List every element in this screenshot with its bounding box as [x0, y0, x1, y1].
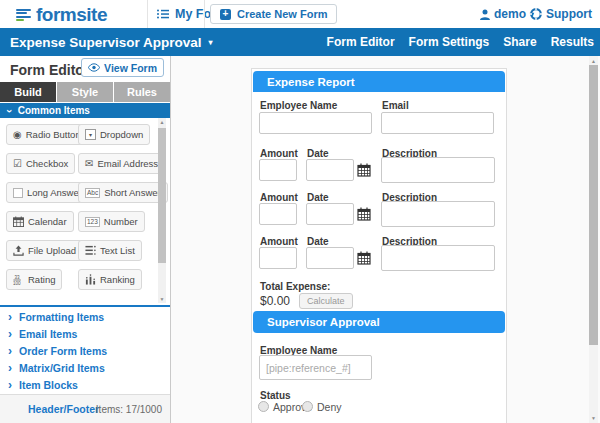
section-matrix-grid-items[interactable]: › Matrix/Grid Items	[0, 359, 170, 376]
short-answer-icon: Abc	[85, 188, 100, 198]
expense-report-header[interactable]: Expense Report	[253, 71, 505, 92]
chevron-down-icon: ›	[5, 109, 15, 113]
email-input[interactable]	[381, 112, 494, 134]
form-preview-card[interactable]: Expense Report Employee Name Email Amoun…	[251, 68, 507, 423]
item-ranking[interactable]: Ranking	[78, 269, 142, 290]
scrollbar-thumb[interactable]	[589, 65, 598, 345]
common-items-label: Common Items	[18, 105, 90, 116]
section-formatting-items[interactable]: › Formatting Items	[0, 308, 170, 325]
employee-name-label: Employee Name	[260, 100, 337, 111]
section-label: Formatting Items	[19, 311, 104, 323]
chevron-right-icon: ›	[8, 380, 12, 390]
formsite-logo[interactable]: formsite	[16, 4, 107, 26]
chevron-right-icon: ›	[8, 329, 12, 339]
tab-results[interactable]: Results	[551, 35, 594, 49]
item-label: Calendar	[28, 216, 67, 227]
section-label: Matrix/Grid Items	[19, 362, 105, 374]
item-text-list[interactable]: Text List	[78, 240, 142, 261]
support-button[interactable]: Support	[530, 0, 592, 28]
form-editor-sidebar: Form Editor View Form Build Style Rules …	[0, 56, 171, 423]
form-nav: Form Editor Form Settings Share Results	[327, 28, 594, 56]
supervisor-approval-header[interactable]: Supervisor Approval	[253, 311, 505, 333]
item-label: Checkbox	[26, 158, 68, 169]
date-picker-icon[interactable]	[357, 163, 371, 177]
scroll-down-icon[interactable]: ▼	[158, 295, 166, 303]
amount-label: Amount	[260, 236, 298, 247]
total-expense-label: Total Expense:	[260, 281, 330, 292]
scroll-up-icon[interactable]: ▲	[589, 57, 598, 65]
sidebar-items-scrollbar[interactable]: ▲ ▼	[158, 118, 166, 303]
formsite-logo-text: formsite	[36, 4, 107, 26]
scrollbar-thumb[interactable]	[158, 128, 166, 263]
item-number[interactable]: 123 Number	[78, 211, 145, 232]
date-input[interactable]	[306, 247, 354, 269]
email-icon: ✉	[85, 159, 93, 169]
pipe-employee-name-input[interactable]	[259, 355, 372, 380]
date-picker-icon[interactable]	[357, 207, 371, 221]
amount-input[interactable]	[259, 203, 297, 225]
total-expense-value: $0.00	[260, 294, 290, 308]
date-picker-icon[interactable]	[357, 251, 371, 265]
section-title: Expense Report	[267, 76, 355, 88]
item-long-answer[interactable]: Long Answer	[6, 182, 89, 203]
description-input[interactable]	[381, 157, 495, 183]
item-rating[interactable]: 33 100 Rating	[6, 269, 62, 290]
item-file-upload[interactable]: File Upload	[6, 240, 83, 261]
employee-name-input[interactable]	[259, 112, 372, 134]
caret-down-icon: ▾	[209, 38, 213, 47]
view-form-button[interactable]: View Form	[81, 58, 164, 77]
long-answer-icon	[13, 188, 23, 198]
tab-share[interactable]: Share	[503, 35, 536, 49]
main-scrollbar[interactable]: ▲ ▼	[589, 56, 598, 423]
date-label: Date	[307, 148, 329, 159]
amount-label: Amount	[260, 148, 298, 159]
item-calendar[interactable]: Calendar	[6, 211, 74, 232]
header-footer-link[interactable]: Header/Footer	[28, 403, 99, 415]
date-input[interactable]	[306, 203, 354, 225]
item-short-answer[interactable]: Abc Short Answer	[78, 182, 168, 203]
tab-style[interactable]: Style	[57, 82, 113, 102]
section-email-items[interactable]: › Email Items	[0, 325, 170, 342]
amount-input[interactable]	[259, 247, 297, 269]
section-item-blocks[interactable]: › Item Blocks	[0, 376, 170, 393]
scroll-up-icon[interactable]: ▲	[158, 118, 166, 126]
common-items-panel: ◉ Radio Button ▾ Dropdown ☑ Checkbox ✉ E…	[0, 116, 156, 305]
item-checkbox[interactable]: ☑ Checkbox	[6, 153, 75, 174]
item-category-list: › Formatting Items › Email Items › Order…	[0, 308, 170, 393]
support-label: Support	[546, 7, 592, 21]
tab-form-editor[interactable]: Form Editor	[327, 35, 395, 49]
tab-rules[interactable]: Rules	[114, 82, 170, 102]
tab-form-settings[interactable]: Form Settings	[409, 35, 490, 49]
list-icon	[157, 9, 169, 19]
item-label: Email Address	[97, 158, 158, 169]
date-input[interactable]	[306, 159, 354, 181]
dropdown-icon: ▾	[85, 129, 96, 140]
user-menu[interactable]: demo ▾	[480, 0, 534, 28]
email-label: Email	[382, 100, 409, 111]
description-input[interactable]	[381, 201, 495, 227]
view-form-label: View Form	[104, 62, 157, 74]
calculate-button[interactable]: Calculate	[299, 293, 353, 309]
section-title: Supervisor Approval	[267, 316, 380, 328]
item-email-address[interactable]: ✉ Email Address	[78, 153, 165, 174]
tab-build[interactable]: Build	[0, 82, 56, 102]
radio-icon: ◉	[13, 130, 22, 140]
section-order-form-items[interactable]: › Order Form Items	[0, 342, 170, 359]
create-new-form-button[interactable]: + Create New Form	[210, 4, 337, 24]
scroll-down-icon[interactable]: ▼	[589, 414, 598, 422]
section-label: Item Blocks	[19, 379, 78, 391]
item-radio-button[interactable]: ◉ Radio Button	[6, 124, 88, 145]
section-label: Email Items	[19, 328, 77, 340]
item-label: Short Answer	[104, 187, 161, 198]
text-list-icon	[85, 245, 96, 256]
user-icon	[480, 9, 490, 20]
ranking-icon	[85, 274, 96, 285]
date-label: Date	[307, 236, 329, 247]
form-title-dropdown[interactable]: Expense Supervisor Approval ▾	[10, 28, 213, 56]
amount-input[interactable]	[259, 159, 297, 181]
deny-radio[interactable]	[302, 401, 313, 412]
item-dropdown[interactable]: ▾ Dropdown	[78, 124, 150, 145]
approve-radio[interactable]	[258, 401, 269, 412]
description-input[interactable]	[381, 245, 495, 271]
chevron-right-icon: ›	[8, 312, 12, 322]
